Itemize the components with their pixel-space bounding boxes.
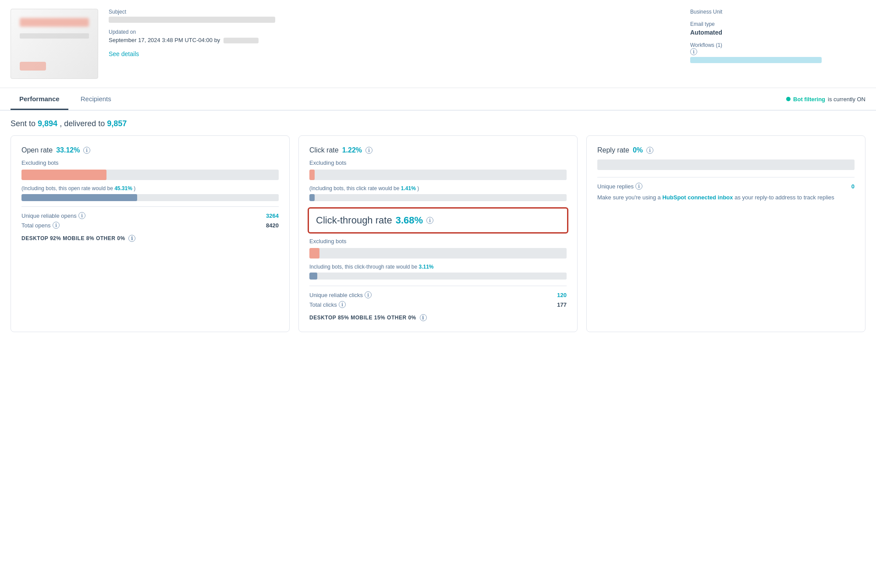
ctr-excluding-section: Excluding bots (309, 238, 567, 259)
ctr-including-bots-bar-fill (309, 273, 317, 280)
reply-rate-divider (597, 177, 855, 177)
open-rate-excluding-label: Excluding bots (21, 159, 279, 166)
tabs-section: Performance Recipients Bot filtering is … (0, 88, 876, 110)
total-clicks-info-icon[interactable]: ℹ (339, 301, 346, 308)
open-rate-divider (21, 206, 279, 207)
unique-replies-info-icon[interactable]: ℹ (635, 183, 642, 190)
sent-delivered-summary: Sent to 9,894 , delivered to 9,857 (0, 110, 876, 135)
reply-rate-card: Reply rate 0% ℹ Unique replies ℹ 0 Make … (586, 135, 865, 332)
open-rate-title: Open rate (21, 146, 53, 154)
updated-on-value: September 17, 2024 3:48 PM UTC-04:00 by (109, 37, 680, 43)
email-type-label: Email type (690, 21, 865, 27)
open-rate-info-icon[interactable]: ℹ (83, 147, 90, 154)
total-clicks-row: Total clicks ℹ 177 (309, 301, 567, 308)
tab-recipients[interactable]: Recipients (72, 88, 120, 110)
click-rate-including-bots: (Including bots, this click rate would b… (309, 185, 567, 191)
workflows-value-blur (690, 57, 822, 63)
click-rate-card: Click rate 1.22% ℹ Excluding bots (Inclu… (298, 135, 578, 332)
unique-reliable-clicks-value: 120 (557, 292, 567, 298)
unique-reliable-clicks-row: Unique reliable clicks ℹ 120 (309, 291, 567, 298)
business-unit-label: Business Unit (690, 9, 865, 15)
reply-rate-header: Reply rate 0% ℹ (597, 146, 855, 154)
ctr-excluding-label: Excluding bots (309, 238, 567, 244)
subject-label: Subject (109, 9, 680, 15)
click-rate-including-bots-bar (309, 194, 567, 201)
unique-replies-label: Unique replies ℹ (597, 183, 642, 190)
unique-replies-row: Unique replies ℹ 0 (597, 183, 855, 190)
ctr-info-icon[interactable]: ℹ (426, 217, 433, 224)
reply-rate-bar (597, 159, 855, 170)
performance-cards: Open rate 33.12% ℹ Excluding bots (Inclu… (0, 135, 876, 343)
reply-note: Make sure you're using a HubSpot connect… (597, 193, 855, 202)
click-rate-header: Click rate 1.22% ℹ (309, 146, 567, 154)
open-rate-including-bots-bar (21, 194, 279, 201)
bot-dot-icon (786, 97, 791, 101)
open-rate-device-breakdown: DESKTOP 92% MOBILE 8% OTHER 0% ℹ (21, 235, 279, 242)
unique-reliable-opens-row: Unique reliable opens ℹ 3264 (21, 212, 279, 219)
bot-filtering-badge: Bot filtering is currently ON (786, 96, 865, 103)
delivered-prefix: , (60, 119, 64, 128)
total-opens-row: Total opens ℹ 8420 (21, 222, 279, 229)
bot-filtering-status: is currently ON (828, 96, 865, 103)
unique-replies-value: 0 (851, 183, 855, 190)
ctr-including-bots-bar (309, 273, 567, 280)
reply-rate-title: Reply rate (597, 146, 629, 154)
reply-rate-info-icon[interactable]: ℹ (646, 147, 653, 154)
workflows-info-icon[interactable]: ℹ (690, 48, 697, 55)
total-opens-info-icon[interactable]: ℹ (53, 222, 60, 229)
open-rate-value: 33.12% (56, 146, 80, 154)
ctr-highlight-box: Click-through rate 3.68% ℹ (308, 207, 568, 234)
bot-filtering-label: Bot filtering (793, 96, 825, 103)
email-details: Subject Updated on September 17, 2024 3:… (109, 9, 680, 79)
see-details-link[interactable]: See details (109, 50, 139, 57)
tab-performance[interactable]: Performance (11, 88, 68, 110)
workflows-label: Workflows (1) ℹ (690, 42, 865, 55)
ctr-rate-value: 3.68% (396, 215, 423, 226)
reply-rate-value: 0% (633, 146, 643, 154)
total-clicks-label: Total clicks ℹ (309, 301, 346, 308)
hubspot-inbox-link[interactable]: HubSpot connected inbox (662, 194, 733, 201)
ctr-label: Click-through rate (316, 215, 392, 226)
open-rate-bar-fill (21, 170, 106, 180)
subject-value-blur (109, 17, 275, 23)
click-rate-info-icon[interactable]: ℹ (365, 147, 372, 154)
total-opens-label: Total opens ℹ (21, 222, 60, 229)
click-device-info-icon[interactable]: ℹ (420, 314, 427, 321)
click-rate-device-breakdown: DESKTOP 85% MOBILE 15% OTHER 0% ℹ (309, 314, 567, 321)
unique-reliable-opens-label: Unique reliable opens ℹ (21, 212, 85, 219)
unique-opens-info-icon[interactable]: ℹ (78, 212, 85, 219)
ctr-bar (309, 248, 567, 259)
device-info-icon[interactable]: ℹ (128, 235, 135, 242)
click-rate-including-bots-bar-fill (309, 194, 315, 201)
total-opens-value: 8420 (266, 222, 279, 229)
unique-clicks-info-icon[interactable]: ℹ (365, 291, 372, 298)
unique-reliable-clicks-label: Unique reliable clicks ℹ (309, 291, 372, 298)
open-rate-bar (21, 170, 279, 180)
email-header: Subject Updated on September 17, 2024 3:… (0, 0, 876, 88)
click-rate-title: Click rate (309, 146, 339, 154)
click-rate-excluding-label: Excluding bots (309, 159, 567, 166)
click-rate-bar (309, 170, 567, 180)
open-rate-including-bots: (Including bots, this open rate would be… (21, 185, 279, 191)
unique-reliable-opens-value: 3264 (266, 213, 279, 219)
total-clicks-value: 177 (557, 301, 567, 308)
delivered-label: delivered to (64, 119, 105, 128)
ctr-including-bots: Including bots, this click-through rate … (309, 264, 567, 270)
click-rate-value: 1.22% (342, 146, 362, 154)
updated-on-label: Updated on (109, 29, 680, 35)
open-rate-including-bots-bar-fill (21, 194, 137, 201)
email-meta-right: Business Unit Email type Automated Workf… (690, 9, 865, 79)
click-rate-bar-fill (309, 170, 315, 180)
open-rate-header: Open rate 33.12% ℹ (21, 146, 279, 154)
sent-prefix: Sent to (11, 119, 35, 128)
open-rate-card: Open rate 33.12% ℹ Excluding bots (Inclu… (11, 135, 290, 332)
ctr-title-row: Click-through rate 3.68% ℹ (316, 215, 560, 226)
email-type-value: Automated (690, 29, 865, 36)
ctr-bar-fill (309, 248, 319, 259)
delivered-number: 9,857 (107, 119, 127, 128)
click-rate-divider (309, 286, 567, 286)
sent-number: 9,894 (38, 119, 57, 128)
email-thumbnail (11, 9, 98, 79)
